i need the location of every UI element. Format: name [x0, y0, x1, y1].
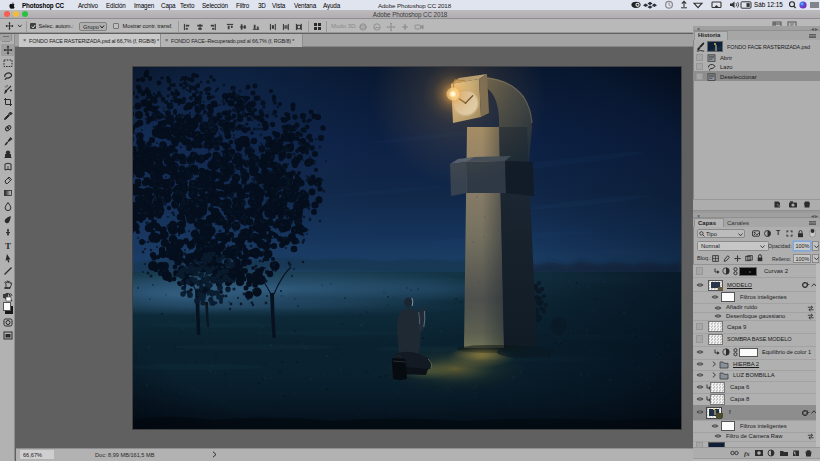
svg-text:Sáb 12:15: Sáb 12:15 — [754, 1, 783, 8]
svg-text:fx: fx — [744, 450, 750, 458]
svg-text:T: T — [5, 241, 11, 251]
